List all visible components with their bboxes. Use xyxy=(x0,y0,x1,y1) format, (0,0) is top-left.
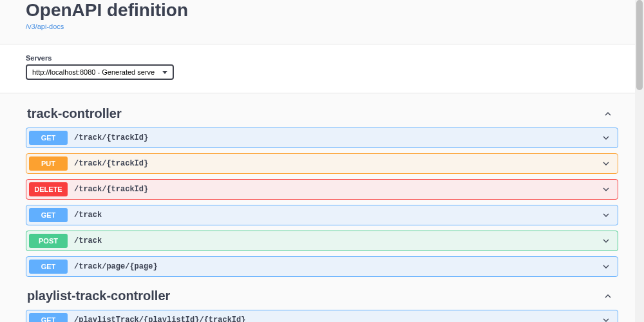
operation-path: /playlistTrack/{playlistId}/{trackId} xyxy=(74,316,601,322)
operation-row[interactable]: DELETE /track/{trackId} xyxy=(26,179,618,200)
scrollbar-thumb[interactable] xyxy=(636,0,643,90)
operation-row[interactable]: GET /track/page/{page} xyxy=(26,256,618,277)
chevron-down-icon xyxy=(601,210,611,220)
page-title: OpenAPI definition xyxy=(26,0,618,21)
method-badge-get: GET xyxy=(29,208,68,222)
chevron-down-icon xyxy=(601,184,611,194)
header-region: OpenAPI definition /v3/api-docs xyxy=(0,0,644,44)
method-badge-get: GET xyxy=(29,260,68,274)
operation-path: /track/page/{page} xyxy=(74,262,601,271)
operation-row[interactable]: PUT /track/{trackId} xyxy=(26,153,618,174)
operation-path: /track/{trackId} xyxy=(74,185,601,194)
operation-row[interactable]: GET /playlistTrack/{playlistId}/{trackId… xyxy=(26,310,618,322)
operation-path: /track xyxy=(74,236,601,245)
method-badge-get: GET xyxy=(29,131,68,145)
operation-row[interactable]: GET /track xyxy=(26,205,618,225)
operations-content: track-controller GET /track/{trackId} PU… xyxy=(0,93,644,322)
scrollbar-track[interactable] xyxy=(635,0,644,322)
operation-path: /track/{trackId} xyxy=(74,159,601,168)
chevron-down-icon xyxy=(601,236,611,246)
operation-row[interactable]: POST /track xyxy=(26,231,618,251)
chevron-down-icon xyxy=(601,315,611,322)
tag-name: track-controller xyxy=(27,106,122,121)
chevron-up-icon xyxy=(603,291,613,301)
tag-header-track-controller[interactable]: track-controller xyxy=(26,100,618,128)
server-select[interactable]: http://localhost:8080 - Generated server… xyxy=(26,64,174,80)
method-badge-delete: DELETE xyxy=(29,182,68,196)
servers-section: Servers http://localhost:8080 - Generate… xyxy=(0,44,644,93)
tag-header-playlist-track-controller[interactable]: playlist-track-controller xyxy=(26,282,618,310)
tag-name: playlist-track-controller xyxy=(27,289,170,303)
operation-path: /track xyxy=(74,211,601,220)
chevron-up-icon xyxy=(603,109,613,119)
servers-label: Servers xyxy=(26,54,618,62)
method-badge-post: POST xyxy=(29,234,68,248)
chevron-down-icon xyxy=(601,133,611,143)
server-select-wrap: http://localhost:8080 - Generated server… xyxy=(26,64,174,80)
api-docs-link[interactable]: /v3/api-docs xyxy=(26,23,64,30)
method-badge-get: GET xyxy=(29,313,68,322)
title-text: OpenAPI definition xyxy=(26,0,188,21)
method-badge-put: PUT xyxy=(29,156,68,171)
chevron-down-icon xyxy=(601,261,611,272)
chevron-down-icon xyxy=(601,158,611,169)
operation-path: /track/{trackId} xyxy=(74,133,601,142)
operation-row[interactable]: GET /track/{trackId} xyxy=(26,128,618,148)
